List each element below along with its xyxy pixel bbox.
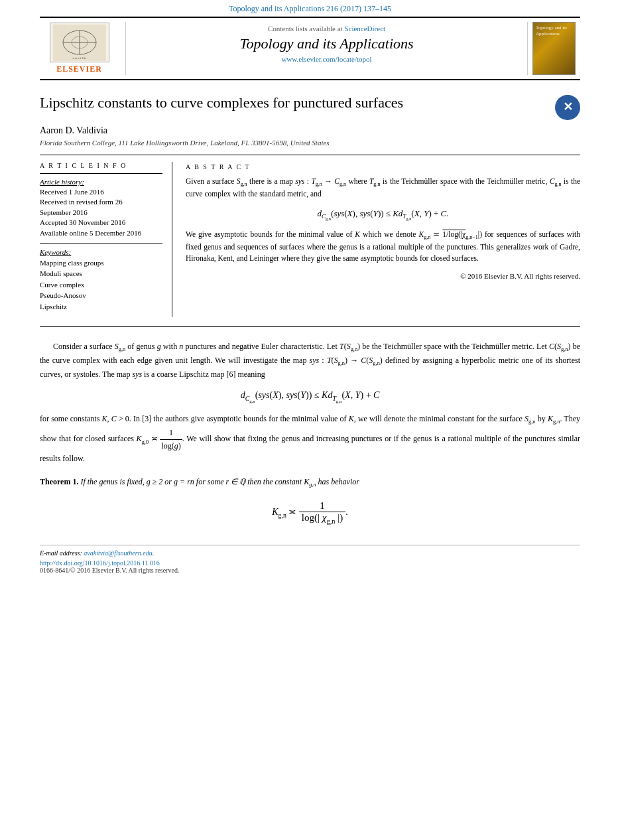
abstract-label: A B S T R A C T	[186, 162, 580, 172]
doi-line[interactable]: http://dx.doi.org/10.1016/j.topol.2016.1…	[40, 559, 580, 567]
where-text: where	[281, 254, 300, 262]
journal-banner: tree of life ELSEVIER Contents lists ava…	[40, 17, 580, 80]
received-date-1: Received 1 June 2016	[40, 187, 162, 197]
received-date-2: Received in revised form 26	[40, 197, 162, 207]
article-history-group: Article history: Received 1 June 2016 Re…	[40, 178, 162, 238]
crossmark-icon: ✕	[563, 100, 573, 115]
journal-reference: Topology and its Applications 216 (2017)…	[0, 0, 620, 17]
issn-line: 0166-8641/© 2016 Elsevier B.V. All right…	[40, 567, 580, 574]
elsevier-logo-image: tree of life	[50, 23, 109, 62]
accepted-date: Accepted 30 November 2016	[40, 218, 162, 228]
email-address[interactable]: avakitvia@flsouthern.edu	[84, 549, 152, 557]
abstract-column: A B S T R A C T Given a surface Sg,n the…	[186, 162, 580, 317]
footer-section: E-mail address: avakitvia@flsouthern.edu…	[40, 545, 580, 574]
journal-cover: Topology and its Applications	[527, 22, 580, 75]
crossmark-badge[interactable]: ✕	[555, 95, 580, 120]
elsevier-brand-text: ELSEVIER	[56, 64, 102, 74]
keyword-4: Pseudo-Anosov	[40, 290, 162, 301]
theorem-statement: If the genus is fixed, g ≥ 2 or g = rn f…	[80, 477, 359, 486]
abstract-text: Given a surface Sg,n there is a map sys …	[186, 176, 580, 200]
keyword-1: Mapping class groups	[40, 257, 162, 269]
body-section: Consider a surface Sg,n of genus g with …	[40, 340, 580, 525]
abstract-math-1: dCg,n(sys(X), sys(Y)) ≤ KdTg,n(X, Y) + C…	[186, 207, 580, 222]
keyword-2: Moduli spaces	[40, 268, 162, 279]
keyword-3: Curve complex	[40, 279, 162, 291]
cover-image: Topology and its Applications	[532, 22, 576, 75]
journal-url[interactable]: www.elsevier.com/locate/topol	[133, 55, 521, 63]
divider-body	[40, 326, 580, 327]
received-date-2b: September 2016	[40, 208, 162, 218]
journal-name: Topology and its Applications	[133, 35, 521, 52]
theorem-label: Theorem 1.	[40, 477, 78, 486]
email-label: E-mail address:	[40, 549, 82, 557]
email-footnote: E-mail address: avakitvia@flsouthern.edu…	[40, 549, 580, 557]
svg-text:tree of life: tree of life	[72, 56, 87, 60]
contents-line: Contents lists available at ScienceDirec…	[133, 25, 521, 33]
author-affiliation: Florida Southern College, 111 Lake Holli…	[40, 139, 580, 147]
article-info-label: A R T I C L E I N F O	[40, 162, 162, 169]
copyright-line: © 2016 Elsevier B.V. All rights reserved…	[186, 271, 580, 282]
online-date: Available online 5 December 2016	[40, 228, 162, 238]
abstract-text-2: We give asymptotic bounds for the minima…	[186, 229, 580, 265]
article-info-column: A R T I C L E I N F O Article history: R…	[40, 162, 172, 317]
theorem-math: Kg,n ≍ 1 log(| χg,n |) .	[40, 500, 580, 525]
keywords-label: Keywords:	[40, 248, 162, 256]
author-name: Aaron D. Valdivia	[40, 125, 580, 136]
sciencedirect-link[interactable]: ScienceDirect	[344, 25, 385, 33]
elsevier-logo: tree of life ELSEVIER	[40, 22, 126, 75]
keyword-5: Lipschitz	[40, 301, 162, 313]
main-content: Lipschitz constants to curve complexes f…	[0, 94, 620, 574]
body-para-2: for some constants K, C > 0. In [3] the …	[40, 413, 580, 465]
keywords-group: Keywords: Mapping class groups Moduli sp…	[40, 248, 162, 313]
cover-text: Topology and its Applications	[536, 25, 572, 37]
body-para-1: Consider a surface Sg,n of genus g with …	[40, 340, 580, 381]
journal-title-block: Contents lists available at ScienceDirec…	[126, 22, 527, 75]
article-title-text: Lipschitz constants to curve complexes f…	[40, 94, 403, 113]
article-title-row: Lipschitz constants to curve complexes f…	[40, 94, 580, 120]
info-abstract-columns: A R T I C L E I N F O Article history: R…	[40, 162, 580, 317]
body-math-1: dCg,n(sys(X), sys(Y)) ≤ KdTg,n(X, Y) + C	[40, 390, 580, 403]
journal-ref-text: Topology and its Applications 216 (2017)…	[229, 4, 391, 13]
history-label: Article history:	[40, 178, 162, 186]
keywords-list: Mapping class groups Moduli spaces Curve…	[40, 257, 162, 313]
theorem-1: Theorem 1. If the genus is fixed, g ≥ 2 …	[40, 476, 580, 490]
divider-top	[40, 155, 580, 155]
